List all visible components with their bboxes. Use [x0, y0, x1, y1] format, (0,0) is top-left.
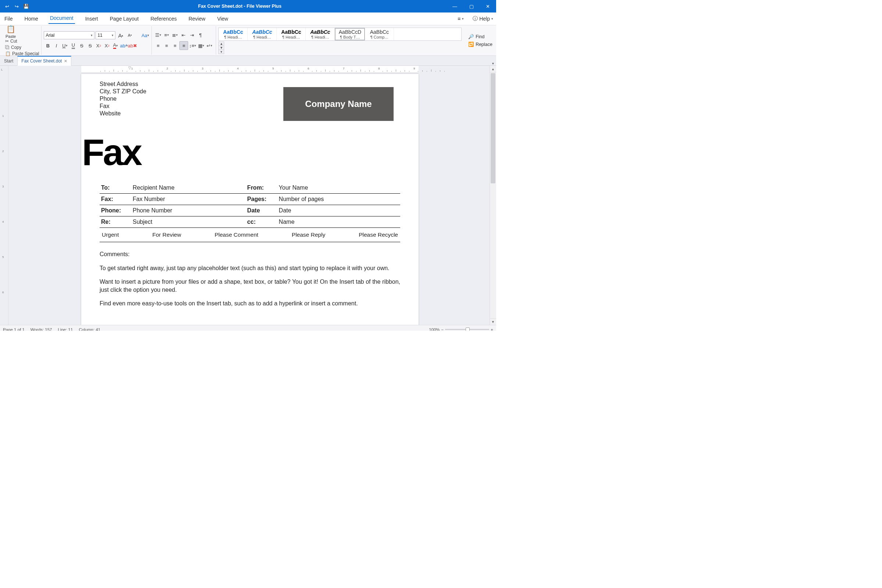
- status-page[interactable]: Page 1 of 1: [3, 327, 25, 331]
- menu-references[interactable]: References: [149, 14, 178, 23]
- tabs-dropdown-icon[interactable]: ▾: [489, 62, 496, 65]
- italic-button[interactable]: I: [52, 42, 60, 50]
- change-case-button[interactable]: Aa▾: [141, 31, 149, 39]
- bold-button[interactable]: B: [44, 42, 52, 50]
- line-spacing-button[interactable]: ↕≡▾: [189, 42, 196, 50]
- check-for-review[interactable]: For Review: [153, 231, 181, 238]
- paste-special-button[interactable]: 📋Paste Special: [5, 51, 39, 56]
- numbering-button[interactable]: ≡▾: [162, 31, 171, 39]
- styles-gallery[interactable]: AaBbCc¶ Headi… AaBbCc¶ Headi… AaBbCc¶ He…: [218, 28, 462, 41]
- close-button[interactable]: ✕: [480, 0, 496, 12]
- minimize-button[interactable]: —: [447, 0, 463, 12]
- zoom-percent[interactable]: 100%: [429, 327, 440, 331]
- document-area[interactable]: 123456789▽ Street Address City, ST ZIP C…: [9, 66, 489, 325]
- double-strikethrough-button[interactable]: S: [86, 42, 94, 50]
- scroll-down-icon[interactable]: ▼: [490, 318, 496, 325]
- underline-button[interactable]: U▾: [61, 42, 69, 50]
- status-words[interactable]: Words: 157: [30, 327, 52, 331]
- company-name-box[interactable]: Company Name: [284, 87, 394, 121]
- tab-start[interactable]: Start: [0, 56, 17, 65]
- comments-para-3[interactable]: Find even more easy-to-use tools on the …: [100, 300, 400, 308]
- decrease-indent-button[interactable]: ⇤: [179, 31, 188, 39]
- cut-button[interactable]: ✂Cut: [5, 39, 39, 44]
- val-re[interactable]: Subject: [131, 216, 246, 228]
- zoom-slider-thumb[interactable]: [466, 327, 470, 331]
- menu-file[interactable]: File: [3, 14, 14, 23]
- paste-button[interactable]: 📋 Paste: [4, 25, 18, 39]
- bullets-button[interactable]: ☰▾: [154, 31, 162, 39]
- val-cc[interactable]: Name: [278, 216, 400, 228]
- styles-scroll-down[interactable]: ▼: [218, 46, 224, 50]
- check-urgent[interactable]: Urgent: [102, 231, 119, 238]
- align-center-button[interactable]: ≡: [162, 42, 171, 50]
- scroll-thumb[interactable]: [490, 73, 495, 183]
- font-color-button[interactable]: A▾: [111, 42, 119, 50]
- style-company[interactable]: AaBbCc¶ Comp…: [365, 28, 394, 40]
- menu-view[interactable]: View: [216, 14, 230, 23]
- menu-page-layout[interactable]: Page Layout: [108, 14, 140, 23]
- scroll-up-icon[interactable]: ▲: [490, 66, 496, 72]
- tab-document[interactable]: Fax Cover Sheet.dot✕: [17, 56, 71, 66]
- clear-format-button[interactable]: ab✖: [128, 42, 136, 50]
- align-justify-button[interactable]: ≡: [179, 41, 188, 50]
- grow-font-button[interactable]: A▴: [117, 31, 124, 39]
- align-right-button[interactable]: ≡: [171, 42, 179, 50]
- ribbon-options-icon[interactable]: ≡▾: [458, 16, 464, 22]
- menu-document[interactable]: Document: [48, 14, 75, 24]
- zoom-in-button[interactable]: +: [490, 327, 493, 331]
- multilevel-button[interactable]: ≣▾: [171, 31, 179, 39]
- horizontal-ruler[interactable]: 123456789▽: [81, 66, 418, 73]
- val-from[interactable]: Your Name: [278, 182, 400, 194]
- font-name-select[interactable]: Arial▾: [44, 31, 94, 39]
- menu-insert[interactable]: Insert: [84, 14, 100, 23]
- document-title[interactable]: Fax: [82, 131, 400, 174]
- zoom-out-button[interactable]: −: [441, 327, 444, 331]
- strikethrough-button[interactable]: S: [78, 42, 86, 50]
- style-body-text[interactable]: AaBbCcD¶ Body T…: [335, 28, 365, 40]
- check-please-recycle[interactable]: Please Recycle: [358, 231, 398, 238]
- styles-expand[interactable]: ▾: [218, 50, 224, 54]
- vertical-scrollbar[interactable]: ▲ ▼: [489, 66, 496, 325]
- comments-para-1[interactable]: To get started right away, just tap any …: [100, 264, 400, 272]
- replace-button[interactable]: 🔁Replace: [468, 42, 492, 47]
- checkbox-row[interactable]: Urgent For Review Please Comment Please …: [100, 228, 400, 242]
- shrink-font-button[interactable]: A▾: [126, 31, 134, 39]
- align-left-button[interactable]: ≡: [154, 42, 162, 50]
- find-button[interactable]: 🔎Find: [468, 34, 492, 39]
- fax-fields-table[interactable]: To:Recipient NameFrom:Your Name Fax:Fax …: [100, 182, 400, 228]
- font-size-select[interactable]: 11▾: [96, 31, 116, 39]
- zoom-slider[interactable]: [445, 329, 489, 330]
- val-phone[interactable]: Phone Number: [131, 205, 246, 216]
- close-tab-icon[interactable]: ✕: [64, 59, 67, 64]
- help-button[interactable]: ⓘ Help▾: [472, 15, 493, 22]
- paragraph-dialog-button[interactable]: ↵▾: [206, 42, 213, 50]
- val-date[interactable]: Date: [278, 205, 400, 216]
- subscript-button[interactable]: X2: [103, 42, 111, 50]
- check-please-comment[interactable]: Please Comment: [214, 231, 258, 238]
- style-heading-2[interactable]: AaBbCc¶ Headi…: [248, 28, 277, 40]
- check-please-reply[interactable]: Please Reply: [292, 231, 325, 238]
- show-marks-button[interactable]: ¶: [196, 31, 204, 39]
- highlight-button[interactable]: ab⁄▾: [120, 42, 128, 50]
- page[interactable]: Street Address City, ST ZIP Code Phone F…: [81, 74, 418, 325]
- increase-indent-button[interactable]: ⇥: [188, 31, 196, 39]
- menu-home[interactable]: Home: [23, 14, 40, 23]
- shading-button[interactable]: ▦▾: [197, 42, 205, 50]
- vertical-ruler[interactable]: L 123456: [0, 66, 9, 325]
- menu-review[interactable]: Review: [187, 14, 207, 23]
- val-fax[interactable]: Fax Number: [131, 194, 246, 205]
- val-to[interactable]: Recipient Name: [131, 182, 246, 194]
- maximize-button[interactable]: ▢: [463, 0, 480, 12]
- superscript-button[interactable]: X2: [94, 42, 102, 50]
- undo-icon[interactable]: ↩: [3, 2, 11, 10]
- style-heading-1[interactable]: AaBbCc¶ Headi…: [219, 28, 248, 40]
- comments-para-2[interactable]: Want to insert a picture from your files…: [100, 278, 400, 294]
- style-heading-3[interactable]: AaBbCc¶ Headi…: [277, 28, 306, 40]
- styles-scroll-up[interactable]: ▲: [218, 42, 224, 46]
- style-heading-4[interactable]: AaBbCc¶ Headi…: [306, 28, 335, 40]
- copy-button[interactable]: ⿻Copy: [5, 45, 39, 50]
- double-underline-button[interactable]: U: [69, 42, 77, 50]
- redo-icon[interactable]: ↪: [12, 2, 21, 10]
- save-icon[interactable]: 💾: [22, 2, 30, 10]
- comments-section[interactable]: Comments: To get started right away, jus…: [100, 250, 400, 308]
